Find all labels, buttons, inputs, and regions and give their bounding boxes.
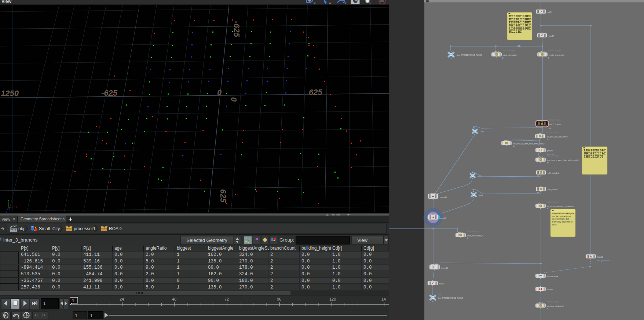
svg-text:14: 14 (381, 297, 386, 301)
svg-text:add9: add9 (548, 11, 552, 13)
svg-text:blast71: blast71 (597, 256, 603, 258)
svg-text:Attribute Wrangle: Attribute Wrangle (548, 50, 561, 52)
svg-text:too_close_to_each_other_within: too_close_to_each_other_within_width3 (547, 159, 579, 161)
svg-text:merge32: merge32 (439, 217, 446, 219)
svg-text:ILL_INTERSECTIONS_FUSED: ILL_INTERSECTIONS_FUSED (438, 297, 463, 299)
svg-text:120: 120 (329, 297, 336, 301)
svg-text:rail: @mainline=1: rail: @mainline=1 (597, 260, 610, 262)
svg-text:0: 0 (229, 97, 238, 102)
svg-text:1250: 1250 (1, 89, 19, 98)
svg-text:625: 625 (309, 88, 322, 97)
svg-text:too_close_to_each_other_within: too_close_to_each_other_within_width2 (513, 143, 545, 145)
svg-text:stats_intersection: stats_intersection (503, 54, 517, 56)
svg-text:merge36: merge36 (441, 267, 448, 269)
svg-text:stats_intersection_il: stats_intersection_il (467, 235, 483, 237)
svg-text:96: 96 (277, 297, 281, 301)
svg-text:1: 1 (72, 298, 74, 303)
svg-text:too_close_to_each_other2: too_close_to_each_other2 (547, 136, 568, 138)
svg-text:set_base_attributes3: set_base_attributes3 (547, 305, 564, 307)
svg-text:used: used (552, 224, 557, 226)
svg-text:technicaly could still be: technicaly could still be (552, 221, 573, 223)
svg-text:Attribute Wrangle: Attribute Wrangle (546, 201, 559, 203)
svg-text:y: y (8, 198, 9, 202)
svg-text:Attribute Wrangle: Attribute Wrangle (546, 155, 559, 157)
svg-text:Attribute Wrangle: Attribute Wrangle (512, 139, 525, 140)
svg-text:Attribute Wrangle: Attribute Wrangle (548, 119, 561, 121)
svg-text:-625: -625 (232, 21, 241, 37)
svg-text:city flat, so that is not: city flat, so that is not (552, 215, 571, 217)
svg-text:merge48: merge48 (440, 196, 447, 198)
svg-text:24: 24 (120, 297, 124, 301)
svg-text:split_corners: split_corners (548, 189, 558, 191)
svg-text:Attribute Wrangle: Attribute Wrangle (466, 231, 479, 232)
svg-text:used anymore, but: used anymore, but (552, 218, 569, 220)
svg-text:625: 625 (219, 189, 228, 203)
svg-text:x: x (16, 205, 17, 209)
svg-text:72: 72 (224, 297, 229, 301)
svg-text:null21: null21 (480, 131, 484, 133)
svg-text:attribtransfer4: attribtransfer4 (547, 276, 558, 277)
svg-text:-625: -625 (101, 88, 118, 98)
svg-text:null23: null23 (479, 194, 483, 196)
svg-text:for_future_treatment_of_elevat: for_future_treatment_of_elevation (547, 206, 574, 207)
svg-text:48: 48 (172, 297, 176, 301)
svg-text:z: z (6, 210, 7, 213)
svg-text:Attribute Wrangle: Attribute Wrangle (546, 132, 559, 133)
svg-text:fuse8: fuse8 (439, 283, 444, 285)
svg-text:null22: null22 (477, 175, 482, 177)
svg-text:0: 0 (217, 88, 222, 97)
svg-text:recolor_intersection: recolor_intersection (549, 54, 564, 56)
svg-text:inter_3_branchs: inter_3_branchs (549, 124, 561, 125)
svg-text:ALL_INTERSECTIONS_FUSED: ALL_INTERSECTIONS_FUSED (457, 54, 482, 56)
svg-text:group9: group9 (547, 150, 553, 152)
svg-text:split_occluded: split_occluded (548, 172, 559, 174)
svg-text:we ended up making the: we ended up making the (552, 212, 574, 214)
svg-text:fuse37: fuse37 (549, 35, 554, 37)
svg-text:Attribute Wrangle: Attribute Wrangle (546, 301, 559, 303)
svg-text:null: null (438, 293, 441, 295)
svg-text:delete3: delete3 (547, 289, 553, 291)
svg-text:Attribute Wrangle: Attribute Wrangle (502, 50, 515, 52)
